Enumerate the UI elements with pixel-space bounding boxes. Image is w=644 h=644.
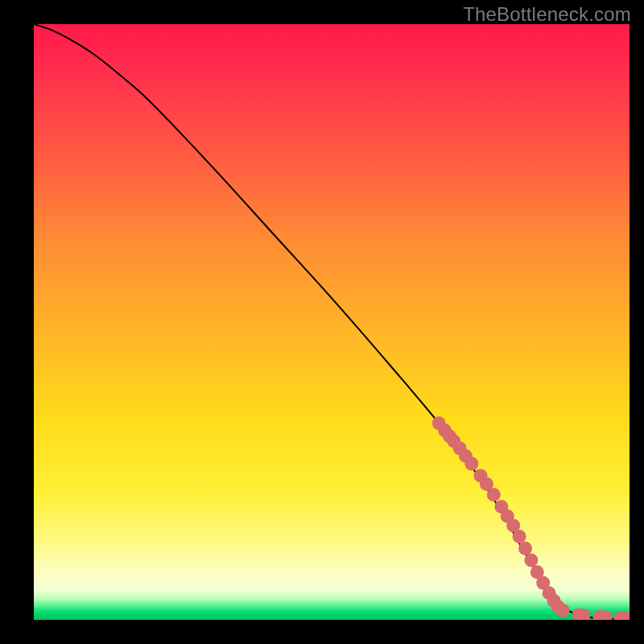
data-point [513, 530, 526, 543]
attribution-text: TheBottleneck.com [463, 3, 631, 26]
chart-svg [34, 24, 630, 620]
plot-area [34, 24, 630, 620]
data-point [487, 488, 501, 502]
bottleneck-curve [34, 24, 630, 619]
chart-frame: TheBottleneck.com [0, 0, 644, 644]
data-point [464, 457, 478, 471]
data-point [524, 554, 538, 568]
data-point [556, 604, 570, 617]
data-point [518, 542, 532, 555]
scatter-dots [432, 416, 630, 620]
